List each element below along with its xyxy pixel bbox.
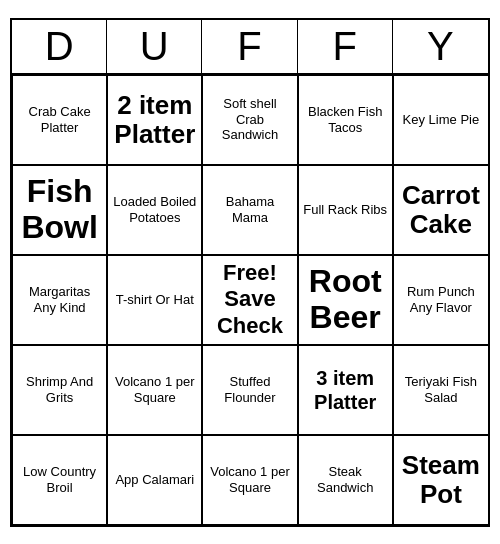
bingo-header: DUFFY [12,20,488,75]
bingo-cell-17: Stuffed Flounder [202,345,297,435]
bingo-cell-5: Fish Bowl [12,165,107,255]
bingo-cell-10: Margaritas Any Kind [12,255,107,345]
bingo-cell-21: App Calamari [107,435,202,525]
bingo-card: DUFFY Crab Cake Platter2 item PlatterSof… [10,18,490,527]
bingo-cell-19: Teriyaki Fish Salad [393,345,488,435]
bingo-cell-18: 3 item Platter [298,345,393,435]
header-letter-y: Y [393,20,488,73]
bingo-cell-20: Low Country Broil [12,435,107,525]
bingo-cell-4: Key Lime Pie [393,75,488,165]
bingo-cell-9: Carrot Cake [393,165,488,255]
bingo-cell-2: Soft shell Crab Sandwich [202,75,297,165]
bingo-cell-14: Rum Punch Any Flavor [393,255,488,345]
bingo-cell-16: Volcano 1 per Square [107,345,202,435]
bingo-cell-3: Blacken Fish Tacos [298,75,393,165]
bingo-cell-1: 2 item Platter [107,75,202,165]
bingo-cell-7: Bahama Mama [202,165,297,255]
bingo-cell-0: Crab Cake Platter [12,75,107,165]
header-letter-u: U [107,20,202,73]
bingo-cell-6: Loaded Boiled Potatoes [107,165,202,255]
bingo-cell-23: Steak Sandwich [298,435,393,525]
header-letter-f: F [202,20,297,73]
bingo-cell-8: Full Rack Ribs [298,165,393,255]
bingo-cell-15: Shrimp And Grits [12,345,107,435]
header-letter-d: D [12,20,107,73]
header-letter-f: F [298,20,393,73]
bingo-grid: Crab Cake Platter2 item PlatterSoft shel… [12,75,488,525]
bingo-cell-22: Volcano 1 per Square [202,435,297,525]
bingo-cell-13: Root Beer [298,255,393,345]
bingo-cell-11: T-shirt Or Hat [107,255,202,345]
bingo-cell-24: Steam Pot [393,435,488,525]
bingo-cell-12: Free! Save Check [202,255,297,345]
